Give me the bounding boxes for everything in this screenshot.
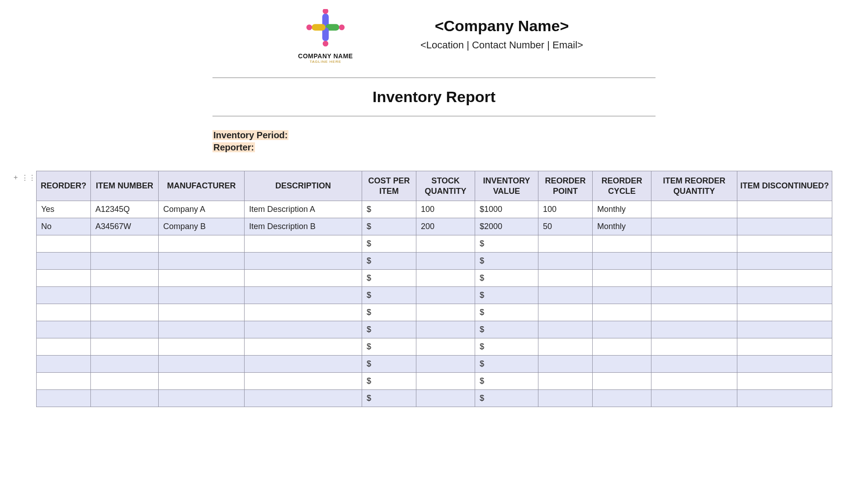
cell-inventory-value[interactable]: $ <box>475 287 538 304</box>
cell-description[interactable] <box>245 338 362 356</box>
cell-item-reorder-quantity[interactable] <box>651 287 737 304</box>
cell-description[interactable] <box>245 270 362 287</box>
cell-reorder[interactable] <box>37 253 91 270</box>
cell-cost-per-item[interactable]: $ <box>362 390 416 407</box>
cell-reorder-point[interactable] <box>538 270 593 287</box>
cell-item-discontinued[interactable] <box>737 253 832 270</box>
cell-reorder-point[interactable] <box>538 338 593 356</box>
cell-cost-per-item[interactable]: $ <box>362 270 416 287</box>
cell-item-discontinued[interactable] <box>737 270 832 287</box>
cell-cost-per-item[interactable]: $ <box>362 201 416 218</box>
cell-stock-quantity[interactable] <box>416 321 475 338</box>
cell-manufacturer[interactable] <box>159 304 245 321</box>
cell-item-number[interactable] <box>91 270 159 287</box>
cell-manufacturer[interactable] <box>159 287 245 304</box>
cell-stock-quantity[interactable] <box>416 390 475 407</box>
cell-item-reorder-quantity[interactable] <box>651 201 737 218</box>
cell-manufacturer[interactable]: Company B <box>159 218 245 235</box>
cell-reorder-point[interactable] <box>538 321 593 338</box>
cell-cost-per-item[interactable]: $ <box>362 287 416 304</box>
cell-reorder-point[interactable] <box>538 356 593 373</box>
cell-inventory-value[interactable]: $ <box>475 253 538 270</box>
cell-manufacturer[interactable] <box>159 356 245 373</box>
cell-reorder[interactable]: Yes <box>37 201 91 218</box>
cell-item-reorder-quantity[interactable] <box>651 218 737 235</box>
cell-stock-quantity[interactable] <box>416 270 475 287</box>
cell-reorder[interactable] <box>37 338 91 356</box>
cell-item-reorder-quantity[interactable] <box>651 356 737 373</box>
cell-description[interactable] <box>245 373 362 390</box>
cell-manufacturer[interactable] <box>159 321 245 338</box>
cell-reorder-cycle[interactable] <box>593 287 651 304</box>
cell-reorder-point[interactable] <box>538 253 593 270</box>
cell-reorder-point[interactable] <box>538 373 593 390</box>
cell-cost-per-item[interactable]: $ <box>362 218 416 235</box>
cell-cost-per-item[interactable]: $ <box>362 304 416 321</box>
cell-manufacturer[interactable] <box>159 390 245 407</box>
cell-item-reorder-quantity[interactable] <box>651 253 737 270</box>
cell-item-number[interactable] <box>91 338 159 356</box>
cell-item-number[interactable] <box>91 321 159 338</box>
cell-reorder-cycle[interactable]: Monthly <box>593 218 651 235</box>
cell-reorder-point[interactable]: 100 <box>538 201 593 218</box>
cell-reorder-point[interactable] <box>538 287 593 304</box>
cell-item-discontinued[interactable] <box>737 201 832 218</box>
cell-cost-per-item[interactable]: $ <box>362 356 416 373</box>
cell-item-reorder-quantity[interactable] <box>651 270 737 287</box>
drag-handle-icon[interactable]: ⋮⋮ <box>21 173 36 182</box>
cell-reorder[interactable] <box>37 235 91 253</box>
cell-item-number[interactable]: A12345Q <box>91 201 159 218</box>
cell-item-discontinued[interactable] <box>737 338 832 356</box>
cell-item-number[interactable] <box>91 287 159 304</box>
cell-item-reorder-quantity[interactable] <box>651 321 737 338</box>
add-row-button[interactable]: + <box>14 173 18 182</box>
cell-reorder[interactable] <box>37 373 91 390</box>
cell-item-discontinued[interactable] <box>737 218 832 235</box>
cell-stock-quantity[interactable] <box>416 304 475 321</box>
cell-manufacturer[interactable] <box>159 253 245 270</box>
cell-item-number[interactable] <box>91 253 159 270</box>
cell-description[interactable] <box>245 235 362 253</box>
cell-item-number[interactable]: A34567W <box>91 218 159 235</box>
cell-stock-quantity[interactable] <box>416 338 475 356</box>
cell-description[interactable] <box>245 321 362 338</box>
cell-stock-quantity[interactable]: 200 <box>416 218 475 235</box>
cell-manufacturer[interactable] <box>159 270 245 287</box>
cell-item-number[interactable] <box>91 356 159 373</box>
cell-stock-quantity[interactable]: 100 <box>416 201 475 218</box>
cell-inventory-value[interactable]: $1000 <box>475 201 538 218</box>
cell-item-discontinued[interactable] <box>737 287 832 304</box>
cell-cost-per-item[interactable]: $ <box>362 338 416 356</box>
cell-inventory-value[interactable]: $ <box>475 373 538 390</box>
cell-stock-quantity[interactable] <box>416 287 475 304</box>
cell-manufacturer[interactable] <box>159 338 245 356</box>
cell-item-discontinued[interactable] <box>737 356 832 373</box>
cell-reorder-cycle[interactable] <box>593 390 651 407</box>
cell-reorder[interactable] <box>37 321 91 338</box>
cell-inventory-value[interactable]: $2000 <box>475 218 538 235</box>
cell-reorder-cycle[interactable] <box>593 235 651 253</box>
cell-item-number[interactable] <box>91 390 159 407</box>
cell-reorder[interactable] <box>37 287 91 304</box>
cell-item-discontinued[interactable] <box>737 321 832 338</box>
cell-reorder-cycle[interactable] <box>593 270 651 287</box>
cell-item-discontinued[interactable] <box>737 235 832 253</box>
cell-reorder[interactable] <box>37 356 91 373</box>
cell-description[interactable]: Item Description A <box>245 201 362 218</box>
cell-inventory-value[interactable]: $ <box>475 390 538 407</box>
cell-reorder-point[interactable] <box>538 390 593 407</box>
cell-item-discontinued[interactable] <box>737 373 832 390</box>
cell-item-discontinued[interactable] <box>737 390 832 407</box>
cell-description[interactable] <box>245 390 362 407</box>
cell-reorder-point[interactable]: 50 <box>538 218 593 235</box>
cell-manufacturer[interactable] <box>159 235 245 253</box>
cell-description[interactable]: Item Description B <box>245 218 362 235</box>
cell-cost-per-item[interactable]: $ <box>362 373 416 390</box>
cell-reorder-cycle[interactable] <box>593 304 651 321</box>
cell-stock-quantity[interactable] <box>416 356 475 373</box>
cell-inventory-value[interactable]: $ <box>475 270 538 287</box>
cell-item-reorder-quantity[interactable] <box>651 304 737 321</box>
cell-item-discontinued[interactable] <box>737 304 832 321</box>
cell-item-number[interactable] <box>91 304 159 321</box>
cell-manufacturer[interactable]: Company A <box>159 201 245 218</box>
